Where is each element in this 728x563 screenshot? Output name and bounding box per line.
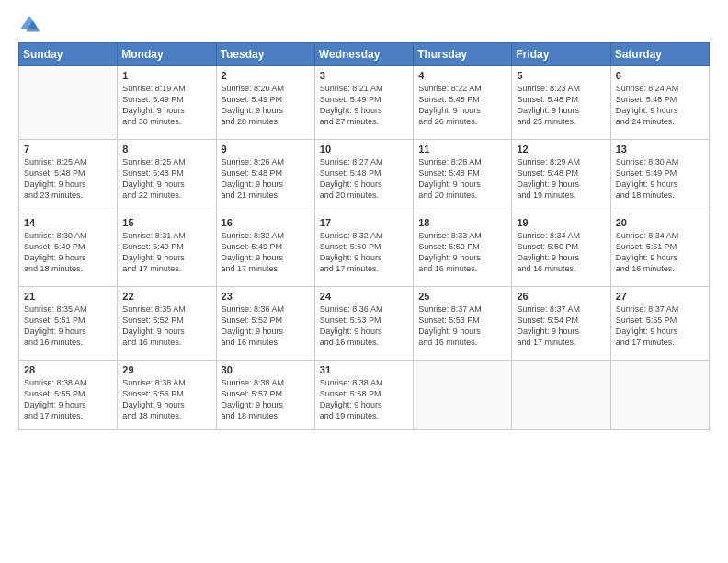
day-info: Sunrise: 8:24 AM Sunset: 5:48 PM Dayligh… bbox=[616, 83, 704, 128]
calendar-cell: 13Sunrise: 8:30 AM Sunset: 5:49 PM Dayli… bbox=[610, 140, 709, 213]
day-info: Sunrise: 8:35 AM Sunset: 5:52 PM Dayligh… bbox=[122, 304, 210, 349]
header bbox=[18, 15, 710, 33]
day-info: Sunrise: 8:37 AM Sunset: 5:53 PM Dayligh… bbox=[418, 304, 506, 349]
day-info: Sunrise: 8:32 AM Sunset: 5:49 PM Dayligh… bbox=[222, 230, 310, 275]
day-info: Sunrise: 8:37 AM Sunset: 5:54 PM Dayligh… bbox=[517, 304, 605, 349]
calendar-cell: 2Sunrise: 8:20 AM Sunset: 5:49 PM Daylig… bbox=[216, 66, 314, 140]
calendar-cell: 10Sunrise: 8:27 AM Sunset: 5:48 PM Dayli… bbox=[314, 140, 413, 213]
day-info: Sunrise: 8:30 AM Sunset: 5:49 PM Dayligh… bbox=[24, 230, 112, 275]
calendar-cell: 22Sunrise: 8:35 AM Sunset: 5:52 PM Dayli… bbox=[118, 287, 216, 361]
header-wednesday: Wednesday bbox=[314, 43, 413, 66]
day-info: Sunrise: 8:20 AM Sunset: 5:49 PM Dayligh… bbox=[222, 83, 310, 128]
calendar-cell: 19Sunrise: 8:34 AM Sunset: 5:50 PM Dayli… bbox=[512, 213, 610, 287]
calendar-cell: 29Sunrise: 8:38 AM Sunset: 5:56 PM Dayli… bbox=[118, 361, 216, 430]
header-saturday: Saturday bbox=[610, 43, 709, 66]
calendar-cell: 17Sunrise: 8:32 AM Sunset: 5:50 PM Dayli… bbox=[314, 213, 413, 287]
calendar-cell: 16Sunrise: 8:32 AM Sunset: 5:49 PM Dayli… bbox=[216, 213, 314, 287]
day-info: Sunrise: 8:22 AM Sunset: 5:48 PM Dayligh… bbox=[418, 83, 506, 128]
day-info: Sunrise: 8:27 AM Sunset: 5:48 PM Dayligh… bbox=[320, 156, 408, 201]
header-sunday: Sunday bbox=[19, 43, 118, 66]
weekday-header-row: Sunday Monday Tuesday Wednesday Thursday… bbox=[19, 43, 710, 66]
day-number: 20 bbox=[616, 217, 704, 228]
day-number: 14 bbox=[24, 217, 112, 228]
day-info: Sunrise: 8:34 AM Sunset: 5:51 PM Dayligh… bbox=[616, 230, 704, 275]
calendar-cell bbox=[610, 361, 709, 430]
calendar-cell: 26Sunrise: 8:37 AM Sunset: 5:54 PM Dayli… bbox=[512, 287, 610, 361]
day-number: 27 bbox=[616, 291, 704, 302]
day-number: 9 bbox=[222, 144, 310, 155]
calendar-cell bbox=[512, 361, 610, 430]
day-number: 5 bbox=[517, 70, 605, 81]
day-number: 31 bbox=[320, 364, 408, 375]
logo-icon bbox=[18, 15, 40, 33]
day-info: Sunrise: 8:37 AM Sunset: 5:55 PM Dayligh… bbox=[616, 304, 704, 349]
day-number: 28 bbox=[24, 364, 112, 375]
calendar-cell: 20Sunrise: 8:34 AM Sunset: 5:51 PM Dayli… bbox=[610, 213, 709, 287]
calendar-cell: 15Sunrise: 8:31 AM Sunset: 5:49 PM Dayli… bbox=[118, 213, 216, 287]
calendar-cell: 28Sunrise: 8:38 AM Sunset: 5:55 PM Dayli… bbox=[19, 361, 118, 430]
calendar-cell: 23Sunrise: 8:36 AM Sunset: 5:52 PM Dayli… bbox=[216, 287, 314, 361]
calendar-cell: 21Sunrise: 8:35 AM Sunset: 5:51 PM Dayli… bbox=[19, 287, 118, 361]
calendar-cell: 6Sunrise: 8:24 AM Sunset: 5:48 PM Daylig… bbox=[610, 66, 709, 140]
week-row-1: 1Sunrise: 8:19 AM Sunset: 5:49 PM Daylig… bbox=[19, 66, 710, 140]
calendar-cell: 24Sunrise: 8:36 AM Sunset: 5:53 PM Dayli… bbox=[314, 287, 413, 361]
week-row-3: 14Sunrise: 8:30 AM Sunset: 5:49 PM Dayli… bbox=[19, 213, 710, 287]
day-info: Sunrise: 8:36 AM Sunset: 5:53 PM Dayligh… bbox=[320, 304, 408, 349]
day-number: 23 bbox=[222, 291, 310, 302]
day-number: 7 bbox=[24, 144, 112, 155]
header-monday: Monday bbox=[118, 43, 216, 66]
day-number: 2 bbox=[222, 70, 310, 81]
day-info: Sunrise: 8:36 AM Sunset: 5:52 PM Dayligh… bbox=[222, 304, 310, 349]
calendar-cell bbox=[414, 361, 512, 430]
header-tuesday: Tuesday bbox=[216, 43, 314, 66]
day-info: Sunrise: 8:38 AM Sunset: 5:58 PM Dayligh… bbox=[320, 377, 408, 422]
day-number: 16 bbox=[222, 217, 310, 228]
calendar-cell: 9Sunrise: 8:26 AM Sunset: 5:48 PM Daylig… bbox=[216, 140, 314, 213]
day-number: 21 bbox=[24, 291, 112, 302]
day-info: Sunrise: 8:35 AM Sunset: 5:51 PM Dayligh… bbox=[24, 304, 112, 349]
day-info: Sunrise: 8:33 AM Sunset: 5:50 PM Dayligh… bbox=[418, 230, 506, 275]
week-row-2: 7Sunrise: 8:25 AM Sunset: 5:48 PM Daylig… bbox=[19, 140, 710, 213]
day-number: 6 bbox=[616, 70, 704, 81]
calendar-cell: 30Sunrise: 8:38 AM Sunset: 5:57 PM Dayli… bbox=[216, 361, 314, 430]
calendar-cell: 25Sunrise: 8:37 AM Sunset: 5:53 PM Dayli… bbox=[414, 287, 512, 361]
header-thursday: Thursday bbox=[414, 43, 512, 66]
day-number: 29 bbox=[122, 364, 210, 375]
day-info: Sunrise: 8:21 AM Sunset: 5:49 PM Dayligh… bbox=[320, 83, 408, 128]
calendar-cell: 3Sunrise: 8:21 AM Sunset: 5:49 PM Daylig… bbox=[314, 66, 413, 140]
day-info: Sunrise: 8:25 AM Sunset: 5:48 PM Dayligh… bbox=[122, 156, 210, 201]
day-number: 30 bbox=[222, 364, 310, 375]
day-info: Sunrise: 8:19 AM Sunset: 5:49 PM Dayligh… bbox=[122, 83, 210, 128]
day-info: Sunrise: 8:23 AM Sunset: 5:48 PM Dayligh… bbox=[517, 83, 605, 128]
calendar-cell: 8Sunrise: 8:25 AM Sunset: 5:48 PM Daylig… bbox=[118, 140, 216, 213]
day-info: Sunrise: 8:29 AM Sunset: 5:48 PM Dayligh… bbox=[517, 156, 605, 201]
day-info: Sunrise: 8:38 AM Sunset: 5:55 PM Dayligh… bbox=[24, 377, 112, 422]
page: Sunday Monday Tuesday Wednesday Thursday… bbox=[0, 0, 728, 563]
calendar-cell: 31Sunrise: 8:38 AM Sunset: 5:58 PM Dayli… bbox=[314, 361, 413, 430]
week-row-5: 28Sunrise: 8:38 AM Sunset: 5:55 PM Dayli… bbox=[19, 361, 710, 430]
calendar-table: Sunday Monday Tuesday Wednesday Thursday… bbox=[18, 42, 710, 430]
day-info: Sunrise: 8:32 AM Sunset: 5:50 PM Dayligh… bbox=[320, 230, 408, 275]
day-number: 26 bbox=[517, 291, 605, 302]
day-number: 13 bbox=[616, 144, 704, 155]
day-info: Sunrise: 8:34 AM Sunset: 5:50 PM Dayligh… bbox=[517, 230, 605, 275]
header-friday: Friday bbox=[512, 43, 610, 66]
week-row-4: 21Sunrise: 8:35 AM Sunset: 5:51 PM Dayli… bbox=[19, 287, 710, 361]
calendar-cell: 1Sunrise: 8:19 AM Sunset: 5:49 PM Daylig… bbox=[118, 66, 216, 140]
day-info: Sunrise: 8:25 AM Sunset: 5:48 PM Dayligh… bbox=[24, 156, 112, 201]
day-number: 15 bbox=[122, 217, 210, 228]
day-number: 17 bbox=[320, 217, 408, 228]
day-info: Sunrise: 8:38 AM Sunset: 5:57 PM Dayligh… bbox=[222, 377, 310, 422]
calendar-cell: 4Sunrise: 8:22 AM Sunset: 5:48 PM Daylig… bbox=[414, 66, 512, 140]
day-number: 25 bbox=[418, 291, 506, 302]
logo bbox=[18, 15, 44, 33]
day-number: 3 bbox=[320, 70, 408, 81]
day-info: Sunrise: 8:31 AM Sunset: 5:49 PM Dayligh… bbox=[122, 230, 210, 275]
day-number: 1 bbox=[122, 70, 210, 81]
day-number: 8 bbox=[122, 144, 210, 155]
calendar-cell: 11Sunrise: 8:28 AM Sunset: 5:48 PM Dayli… bbox=[414, 140, 512, 213]
calendar-cell: 14Sunrise: 8:30 AM Sunset: 5:49 PM Dayli… bbox=[19, 213, 118, 287]
day-number: 10 bbox=[320, 144, 408, 155]
calendar-cell: 12Sunrise: 8:29 AM Sunset: 5:48 PM Dayli… bbox=[512, 140, 610, 213]
day-number: 4 bbox=[418, 70, 506, 81]
